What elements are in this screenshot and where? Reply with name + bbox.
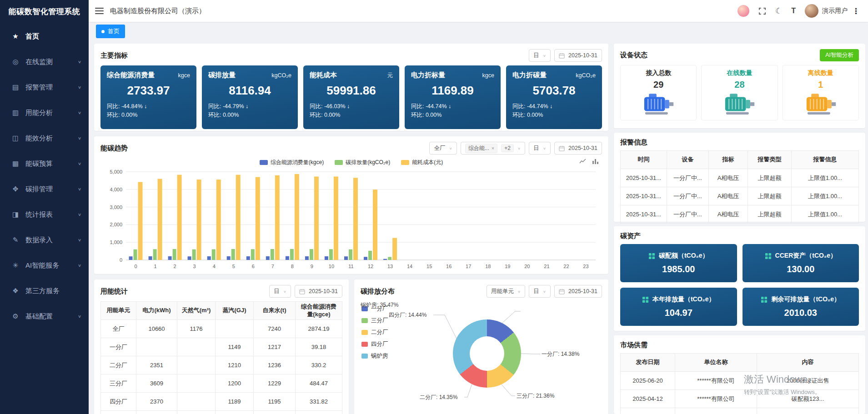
svg-text:0: 0 (120, 257, 122, 263)
market-table: 发布日期单位名称内容 2025-06-20******有限公司2000张绿证出售… (620, 353, 859, 414)
calendar-icon (559, 145, 565, 151)
sidebar-item[interactable]: ✎ 数据录入 ∨ (0, 227, 89, 253)
legend-item[interactable]: 碳排放量(kgCO₂e) (335, 159, 390, 166)
table-cell (136, 338, 177, 356)
legend-item[interactable]: 综合能源消费量(kgce) (260, 159, 324, 166)
user-avatar[interactable] (805, 4, 818, 18)
alarm-table: 时间设备指标报警类型报警信息 2025-10-31...一分厂中...A相电压上… (620, 150, 859, 224)
panel-device-status: 设备状态 AI智能分析 接入总数 29 (614, 44, 865, 128)
dark-mode-icon[interactable]: ☾ (775, 7, 782, 15)
grid-icon (642, 296, 649, 303)
main-area: 电器制造股份有限公司（演示） ☾ T 演示用户 ⋮ 首页 (89, 0, 868, 414)
sidebar-item[interactable]: ▤ 报警管理 ∨ (0, 75, 89, 100)
dist-date-picker[interactable]: 2025-10-31 (554, 285, 602, 298)
menu-icon: ✳ (11, 261, 20, 269)
table-cell: 2370 (136, 393, 177, 411)
sidebar-item[interactable]: ◫ 能效分析 ∨ (0, 125, 89, 151)
metric-card: 电力折标量 kgce 1169.89 同比: -44.74% ↓ 环比: 0.0… (405, 65, 501, 129)
column-header: 综合能源消费量(kgce) (296, 302, 342, 320)
sidebar-item[interactable]: ▦ 能碳预算 ∨ (0, 151, 89, 176)
panel-market-supply-demand: 市场供需 发布日期单位名称内容 2025-06-20******有限公司2000… (614, 335, 865, 414)
dist-unit-select[interactable]: 用能单元 ∨ (487, 285, 525, 298)
metric-unit: kgCO₂e (576, 72, 596, 79)
trend-plant-select[interactable]: 全厂 ∨ (429, 142, 457, 155)
bar-chart-icon[interactable] (592, 158, 599, 165)
more-metrics-tag[interactable]: +2 (501, 144, 514, 152)
dist-period-select[interactable]: 日 ∨ (529, 285, 551, 298)
sidebar-item[interactable]: ✳ AI智能服务 ∨ (0, 253, 89, 278)
svg-text:2: 2 (174, 264, 176, 269)
legend-item[interactable]: 四分厂 (361, 340, 388, 348)
table-cell: ******有限公司 (675, 390, 757, 408)
equipment-status-card: 在线数量 28 (701, 65, 778, 120)
column-header: 设备 (667, 151, 709, 169)
table-cell: 有2000张绿证出售 (757, 408, 859, 414)
theme-avatar-icon[interactable] (738, 5, 749, 17)
table-row (101, 411, 342, 414)
section-title-alarms: 报警信息 (620, 138, 647, 147)
sidebar-item[interactable]: ◨ 统计报表 ∨ (0, 202, 89, 227)
menu-icon: ✥ (11, 185, 20, 193)
legend-item[interactable]: 能耗成本(元) (401, 159, 443, 166)
svg-text:19: 19 (505, 264, 510, 269)
sidebar-item[interactable]: ❖ 第三方服务 (0, 278, 89, 304)
table-cell: 三分厂 (101, 374, 136, 393)
chevron-down-icon: ∨ (78, 187, 81, 191)
section-title-market: 市场供需 (620, 341, 647, 349)
table-row: 2025-10-31...一分厂中...A相电压上限超额上限值1.00... (621, 187, 859, 205)
collapse-menu-icon[interactable] (95, 8, 104, 14)
line-chart-icon[interactable] (579, 158, 587, 165)
sidebar-item-label: 碳排管理 (25, 185, 78, 194)
user-name[interactable]: 演示用户 (822, 7, 848, 15)
donut-slice-label: 二分厂: 14.35% (420, 394, 457, 401)
chevron-down-icon: ∨ (517, 289, 521, 293)
sidebar-item[interactable]: ✥ 碳排管理 ∨ (0, 176, 89, 202)
table-cell: 2351 (136, 356, 177, 374)
sidebar-item[interactable]: ★ 首页 (0, 24, 89, 49)
trend-period-select[interactable]: 日 ∨ (529, 142, 551, 155)
ai-analysis-button[interactable]: AI智能分析 (820, 49, 859, 61)
table-row: 2025-10-31...一分厂中...A相电压上限超额上限值1.00... (621, 169, 859, 187)
table-cell: 全厂 (101, 320, 136, 338)
table-cell: 1229 (254, 374, 296, 393)
panel-carbon-assets: 碳资产 碳配额（tCO₂e） 1985.00 (614, 226, 865, 331)
table-cell: 上限值1.00... (792, 205, 859, 224)
legend-item[interactable]: 锅炉房 (361, 352, 388, 360)
menu-icon: ◨ (11, 210, 20, 219)
sidebar-item[interactable]: ⚙ 基础配置 ∨ (0, 304, 89, 329)
trend-date-picker[interactable]: 2025-10-31 (554, 142, 602, 155)
sidebar-item[interactable]: ◎ 在线监测 ∨ (0, 49, 89, 75)
donut-slice-label: 一分厂: 14.38% (542, 350, 579, 358)
indicators-date-picker[interactable]: 2025-10-31 (554, 49, 602, 62)
legend-item[interactable]: 三分厂 (361, 317, 388, 324)
more-icon[interactable]: ⋮ (852, 6, 860, 16)
indicators-period-select[interactable]: 日 ∨ (529, 49, 551, 62)
table-cell (101, 411, 136, 414)
asset-label: 本年排放量（tCO₂e） (652, 295, 715, 304)
carbon-asset-card: 本年排放量（tCO₂e） 104.97 (620, 288, 737, 326)
energy-date-picker[interactable]: 2025-10-31 (295, 285, 342, 298)
remove-tag-icon[interactable]: × (492, 145, 494, 151)
fullscreen-icon[interactable] (758, 7, 766, 15)
svg-text:4: 4 (213, 264, 216, 269)
column-header: 发布日期 (621, 354, 675, 372)
trend-metric-multiselect[interactable]: 综合能... × +2 ∨ (461, 142, 525, 155)
table-cell (177, 356, 216, 374)
energy-period-select[interactable]: 日 ∨ (269, 285, 291, 298)
svg-text:5,000: 5,000 (110, 169, 122, 175)
company-name: 电器制造股份有限公司（演示） (110, 7, 206, 15)
table-cell: 1149 (216, 338, 254, 356)
metric-yoy: 同比: -46.03% ↓ (310, 102, 393, 111)
svg-text:12: 12 (368, 264, 373, 269)
app-title: 能碳数智化管理系统 (0, 0, 89, 24)
sidebar-item[interactable]: ▥ 用能分析 ∨ (0, 100, 89, 125)
sidebar: 能碳数智化管理系统 ★ 首页 ◎ 在线监测 ∨ ▤ 报警管理 ∨ (0, 0, 89, 414)
table-header-row: 用能单元电力(kWh)天然气(m³)蒸汽(GJ)自来水(t)综合能源消费量(kg… (101, 302, 342, 320)
selected-metric-tag[interactable]: 综合能... × (465, 144, 497, 153)
tab-home[interactable]: 首页 (96, 25, 125, 38)
table-cell: 上限值1.00... (792, 169, 859, 187)
font-size-icon[interactable]: T (791, 7, 796, 15)
table-cell (177, 411, 216, 414)
metric-name: 碳排放量 (208, 71, 236, 80)
legend-item[interactable]: 二分厂 (361, 329, 388, 336)
